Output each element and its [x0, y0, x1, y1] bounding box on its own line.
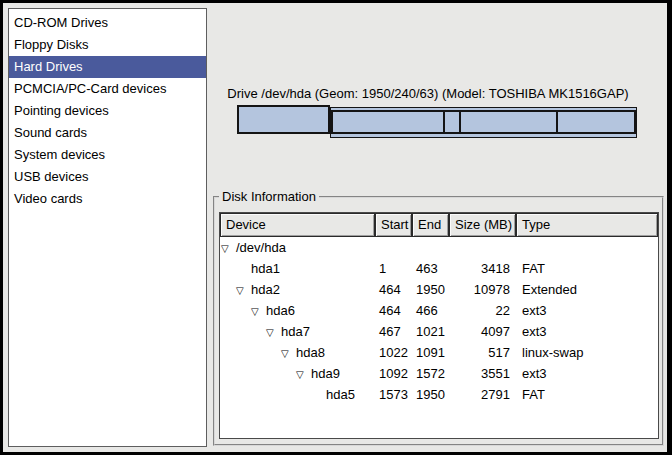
device-label: /dev/hda [236, 240, 286, 255]
type-cell: ext3 [516, 321, 658, 342]
partition-table: DeviceStartEndSize (MB)Type ▽/dev/hdahda… [219, 212, 659, 439]
start-cell: 1 [375, 258, 412, 279]
sidebar-item-pointing-devices[interactable]: Pointing devices [9, 100, 206, 122]
end-cell: 1950 [412, 384, 449, 405]
table-row-hda2[interactable]: ▽hda2464195010978Extended [220, 279, 658, 300]
table-row-hda6[interactable]: ▽hda646446622ext3 [220, 300, 658, 321]
column-header-start[interactable]: Start [375, 213, 412, 237]
start-cell: 1022 [375, 342, 412, 363]
start-cell: 467 [375, 321, 412, 342]
size-cell: 2791 [449, 384, 516, 405]
end-cell: 463 [412, 258, 449, 279]
size-cell: 3551 [449, 363, 516, 384]
end-cell: 1950 [412, 279, 449, 300]
size-cell: 517 [449, 342, 516, 363]
sidebar-item-hard-drives[interactable]: Hard Drives [9, 56, 206, 78]
end-cell: 466 [412, 300, 449, 321]
type-cell: FAT [516, 384, 658, 405]
disk-information-title: Disk Information [219, 189, 319, 205]
device-cell: ▽hda7 [220, 321, 375, 342]
device-label: hda6 [266, 303, 295, 318]
end-cell: 1091 [412, 342, 449, 363]
end-cell: 1021 [412, 321, 449, 342]
partition-segment-hda9 [459, 110, 559, 134]
partition-segment-hda2-extended [330, 107, 637, 138]
type-cell: linux-swap [516, 342, 658, 363]
size-cell: 22 [449, 300, 516, 321]
device-label: hda2 [251, 282, 280, 297]
table-row-hda1[interactable]: hda114633418FAT [220, 258, 658, 279]
device-label: hda1 [251, 261, 280, 276]
expander-icon[interactable]: ▽ [266, 322, 281, 342]
end-cell: 1572 [412, 363, 449, 384]
expander-icon[interactable]: ▽ [236, 280, 251, 300]
column-header-device[interactable]: Device [220, 213, 375, 237]
device-cell: ▽hda8 [220, 342, 375, 363]
partition-table-header: DeviceStartEndSize (MB)Type [220, 213, 658, 237]
sidebar-item-usb-devices[interactable]: USB devices [9, 166, 206, 188]
partition-segment-hda7 [331, 110, 445, 134]
sidebar-item-video-cards[interactable]: Video cards [9, 188, 206, 210]
device-category-list: CD-ROM DrivesFloppy DisksHard DrivesPCMC… [8, 8, 207, 447]
end-cell [412, 237, 449, 258]
device-cell: hda5 [220, 384, 375, 405]
expander-icon[interactable]: ▽ [221, 238, 236, 258]
sidebar-item-cd-rom-drives[interactable]: CD-ROM Drives [9, 12, 206, 34]
type-cell: ext3 [516, 300, 658, 321]
expander-icon[interactable]: ▽ [281, 343, 296, 363]
device-cell: ▽hda9 [220, 363, 375, 384]
table-row-hda8[interactable]: ▽hda810221091517linux-swap [220, 342, 658, 363]
type-cell: ext3 [516, 363, 658, 384]
partition-table-body: ▽/dev/hdahda114633418FAT▽hda246419501097… [220, 237, 658, 405]
partition-segment-hda1 [237, 105, 330, 134]
start-cell: 1573 [375, 384, 412, 405]
table-row-hda9[interactable]: ▽hda9109215723551ext3 [220, 363, 658, 384]
sidebar-item-pcmcia-pc-card-devices[interactable]: PCMCIA/PC-Card devices [9, 78, 206, 100]
size-cell: 4097 [449, 321, 516, 342]
start-cell: 464 [375, 279, 412, 300]
sidebar-item-floppy-disks[interactable]: Floppy Disks [9, 34, 206, 56]
type-cell: FAT [516, 258, 658, 279]
device-cell: ▽hda6 [220, 300, 375, 321]
device-cell: ▽/dev/hda [220, 237, 375, 258]
start-cell: 464 [375, 300, 412, 321]
size-cell: 3418 [449, 258, 516, 279]
device-label: hda7 [281, 324, 310, 339]
table-row-hda5[interactable]: hda5157319502791FAT [220, 384, 658, 405]
partition-bar [237, 105, 637, 139]
table-row-dev-hda[interactable]: ▽/dev/hda [220, 237, 658, 258]
sidebar-item-sound-cards[interactable]: Sound cards [9, 122, 206, 144]
expander-icon[interactable]: ▽ [251, 301, 266, 321]
column-header-end[interactable]: End [412, 213, 449, 237]
disk-information-group: Disk Information DeviceStartEndSize (MB)… [213, 196, 664, 446]
type-cell [516, 237, 658, 258]
type-cell: Extended [516, 279, 658, 300]
start-cell [375, 237, 412, 258]
device-label: hda9 [311, 366, 340, 381]
column-header-type[interactable]: Type [516, 213, 658, 237]
sidebar-item-system-devices[interactable]: System devices [9, 144, 206, 166]
hardware-browser-window: CD-ROM DrivesFloppy DisksHard DrivesPCMC… [0, 0, 672, 455]
device-label: hda8 [296, 345, 325, 360]
device-label: hda5 [326, 387, 355, 402]
start-cell: 1092 [375, 363, 412, 384]
device-cell: ▽hda2 [220, 279, 375, 300]
column-header-size-mb[interactable]: Size (MB) [449, 213, 516, 237]
size-cell [449, 237, 516, 258]
expander-icon[interactable]: ▽ [296, 364, 311, 384]
partition-segment-hda5 [556, 110, 636, 134]
device-cell: hda1 [220, 258, 375, 279]
table-row-hda7[interactable]: ▽hda746710214097ext3 [220, 321, 658, 342]
drive-info-label: Drive /dev/hda (Geom: 1950/240/63) (Mode… [217, 86, 639, 101]
size-cell: 10978 [449, 279, 516, 300]
